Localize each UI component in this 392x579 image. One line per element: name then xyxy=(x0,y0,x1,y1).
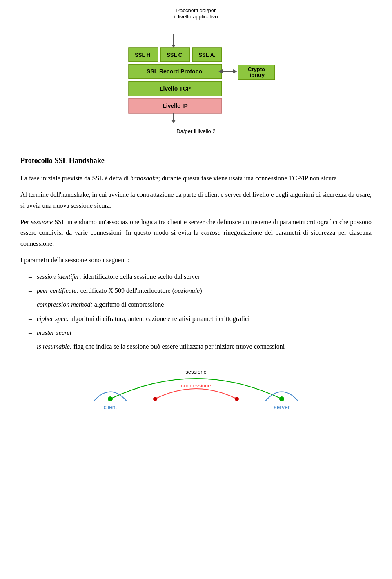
list-item-3-content: compression method: algoritmo di compres… xyxy=(37,299,372,310)
list-item-session-identifier: – session identifer: identificatore dell… xyxy=(20,272,372,282)
svg-text:SSL H.: SSL H. xyxy=(135,52,152,58)
svg-text:server: server xyxy=(274,404,290,410)
list-dash-3: – xyxy=(20,299,37,310)
svg-point-24 xyxy=(108,396,113,401)
section-title: Protocollo SSL Handshake xyxy=(20,155,372,167)
top-diagram: Pacchetti dal/per il livello applicativo… xyxy=(0,0,392,143)
list-dash-1: – xyxy=(20,272,37,282)
list-item-2-content: peer certificate: certificato X.509 dell… xyxy=(37,285,372,296)
paragraph-3: Per sessione SSL intendiamo un'associazi… xyxy=(20,217,372,249)
svg-text:client: client xyxy=(104,404,117,410)
session-connection-diagram: sessione connessione client server xyxy=(74,366,318,415)
svg-text:Livello TCP: Livello TCP xyxy=(160,85,191,92)
svg-text:sessione: sessione xyxy=(185,369,206,375)
svg-text:SSL C.: SSL C. xyxy=(167,52,184,58)
list-item-master-secret: – master secret xyxy=(20,327,372,338)
svg-text:Crypto: Crypto xyxy=(248,66,265,72)
svg-text:Livello IP: Livello IP xyxy=(163,102,187,109)
parameters-list: – session identifer: identificatore dell… xyxy=(20,272,372,352)
svg-point-27 xyxy=(153,397,157,401)
diagram-bottom-label: Da/per il livello 2 xyxy=(176,128,215,134)
bottom-session-diagram: sessione connessione client server xyxy=(0,366,392,419)
list-dash-5: – xyxy=(20,327,37,338)
paragraph-1: La fase iniziale prevista da SSL è detta… xyxy=(20,173,372,184)
ssl-architecture-diagram: SSL H. SSL C. SSL A. SSL Record Protocol… xyxy=(108,22,284,132)
list-item-5-content: master secret xyxy=(37,327,372,338)
diagram-top-label: Pacchetti dal/per il livello applicativo xyxy=(174,7,218,20)
list-item-1-content: session identifer: identificatore della … xyxy=(37,272,372,282)
svg-text:connessione: connessione xyxy=(181,383,211,389)
svg-marker-1 xyxy=(172,45,176,48)
svg-point-28 xyxy=(235,397,239,401)
sessione-italic: sessione xyxy=(31,218,53,225)
list-item-4-content: cipher spec: algoritmi di cifratura, aut… xyxy=(37,314,372,324)
list-dash-6: – xyxy=(20,341,37,352)
svg-point-25 xyxy=(279,396,284,401)
svg-text:SSL Record Protocol: SSL Record Protocol xyxy=(147,68,204,75)
svg-text:SSL A.: SSL A. xyxy=(198,52,215,58)
list-item-compression-method: – compression method: algoritmo di compr… xyxy=(20,299,372,310)
list-item-6-content: is resumable: flag che indica se la sess… xyxy=(37,341,372,352)
list-dash-4: – xyxy=(20,314,37,324)
list-item-cipher-spec: – cipher spec: algoritmi di cifratura, a… xyxy=(20,314,372,324)
list-dash-2: – xyxy=(20,285,37,296)
list-item-is-resumable: – is resumable: flag che indica se la se… xyxy=(20,341,372,352)
list-intro: I parametri della sessione sono i seguen… xyxy=(20,255,372,265)
list-item-peer-certificate: – peer certificate: certificato X.509 de… xyxy=(20,285,372,296)
svg-marker-22 xyxy=(172,120,176,123)
costosa-italic: costosa xyxy=(201,229,221,236)
paragraph-2: Al termine dell'handshake, in cui avvien… xyxy=(20,189,372,211)
main-content: Protocollo SSL Handshake La fase inizial… xyxy=(0,143,392,366)
handshake-italic: handshake xyxy=(130,175,158,182)
svg-text:library: library xyxy=(248,72,265,78)
